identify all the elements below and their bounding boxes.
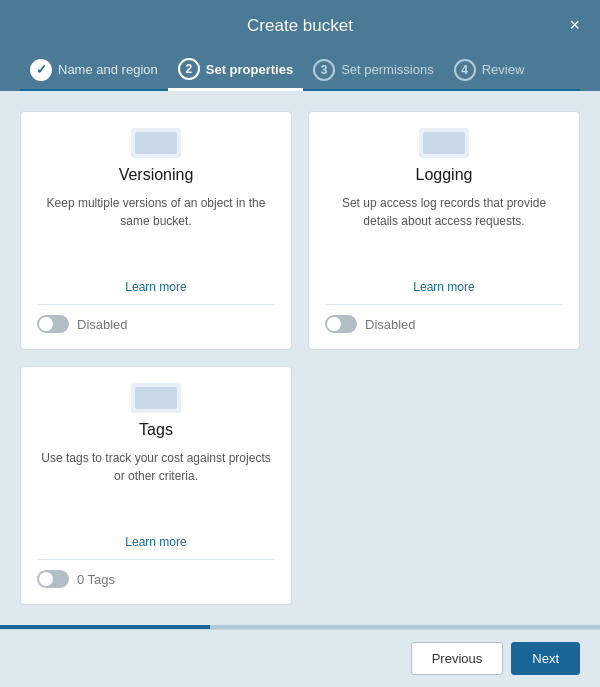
versioning-learn-more[interactable]: Learn more [125,280,186,294]
next-button[interactable]: Next [511,642,580,675]
logging-toggle-label: Disabled [365,317,416,332]
checkmark-icon: ✓ [36,62,47,77]
versioning-icon [131,128,181,158]
tags-card: Tags Use tags to track your cost against… [20,366,292,605]
step-1[interactable]: ✓ Name and region [20,51,168,89]
tags-toggle[interactable] [37,570,69,588]
step-1-number: ✓ [30,59,52,81]
step-4-number-text: 4 [461,63,468,77]
step-1-label: Name and region [58,62,158,77]
versioning-toggle-label: Disabled [77,317,128,332]
tags-title: Tags [139,421,173,439]
create-bucket-modal: Create bucket × ✓ Name and region 2 Set … [0,0,600,687]
versioning-toggle[interactable] [37,315,69,333]
step-3-number: 3 [313,59,335,81]
versioning-title: Versioning [119,166,194,184]
tags-description: Use tags to track your cost against proj… [37,449,275,527]
tags-toggle-row: 0 Tags [37,570,275,588]
logging-divider [325,304,563,305]
versioning-description: Keep multiple versions of an object in t… [37,194,275,272]
modal-title: Create bucket [247,16,353,36]
cards-grid: Versioning Keep multiple versions of an … [20,111,580,605]
steps-row: ✓ Name and region 2 Set properties 3 Set… [20,50,580,91]
logging-card: Logging Set up access log records that p… [308,111,580,350]
modal-title-row: Create bucket × [20,16,580,36]
tags-learn-more[interactable]: Learn more [125,535,186,549]
logging-title: Logging [416,166,473,184]
step-3-number-text: 3 [321,63,328,77]
step-2-number: 2 [178,58,200,80]
step-4[interactable]: 4 Review [444,51,535,89]
modal-body: Versioning Keep multiple versions of an … [0,91,600,625]
logging-learn-more[interactable]: Learn more [413,280,474,294]
step-3[interactable]: 3 Set permissions [303,51,443,89]
logging-toggle[interactable] [325,315,357,333]
step-2-number-text: 2 [185,62,192,76]
logging-icon [419,128,469,158]
step-2[interactable]: 2 Set properties [168,50,303,91]
versioning-divider [37,304,275,305]
tags-icon [131,383,181,413]
tags-divider [37,559,275,560]
tags-count-label: 0 Tags [77,572,115,587]
logging-description: Set up access log records that provide d… [325,194,563,272]
modal-header: Create bucket × ✓ Name and region 2 Set … [0,0,600,91]
step-4-label: Review [482,62,525,77]
versioning-card: Versioning Keep multiple versions of an … [20,111,292,350]
versioning-toggle-row: Disabled [37,315,275,333]
close-button[interactable]: × [569,16,580,34]
step-4-number: 4 [454,59,476,81]
step-3-label: Set permissions [341,62,433,77]
logging-toggle-row: Disabled [325,315,563,333]
modal-footer: Previous Next [0,629,600,687]
previous-button[interactable]: Previous [411,642,504,675]
step-2-label: Set properties [206,62,293,77]
